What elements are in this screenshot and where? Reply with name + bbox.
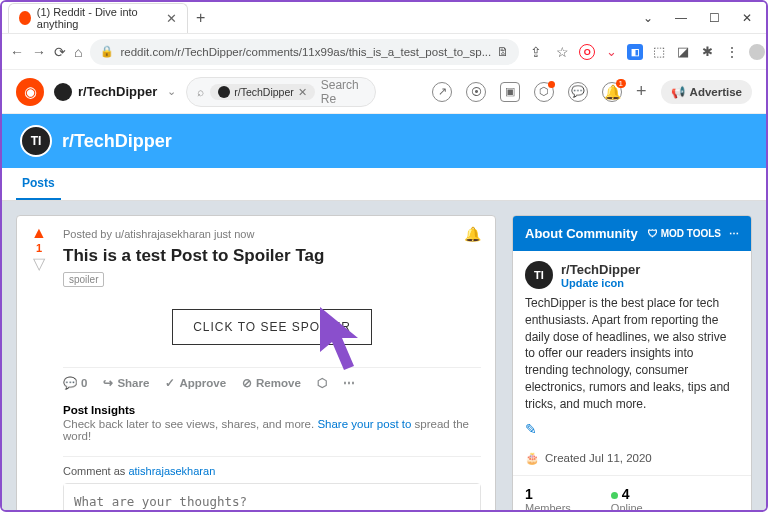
maximize-icon[interactable]: ☐ (709, 11, 720, 25)
chevron-down-icon[interactable]: ⌄ (643, 11, 653, 25)
reload-icon[interactable]: ⟳ (54, 44, 66, 60)
edit-icon[interactable]: ✎ (525, 421, 537, 437)
clear-scope-icon[interactable]: ✕ (298, 86, 307, 98)
popular-icon[interactable]: ↗ (432, 82, 452, 102)
ext-icon-2[interactable]: ⬚ (651, 44, 667, 60)
search-scope-pill[interactable]: r/TechDipper ✕ (210, 84, 315, 100)
coins-icon[interactable]: ⦿ (466, 82, 486, 102)
create-post-icon[interactable]: + (636, 81, 647, 102)
vote-count: 1 (27, 242, 51, 254)
update-icon-link[interactable]: Update icon (561, 277, 640, 289)
url-text: reddit.com/r/TechDipper/comments/11x99as… (120, 46, 491, 58)
author-link[interactable]: u/atishrajasekharan (115, 228, 211, 240)
advertise-button[interactable]: 📢 Advertise (661, 80, 752, 104)
remove-button[interactable]: ⊘ Remove (242, 376, 301, 390)
members-count: 1 (525, 486, 571, 502)
search-placeholder: Search Re (321, 78, 365, 106)
downvote-icon[interactable]: ▽ (27, 254, 51, 273)
notifications-icon[interactable]: 🔔1 (602, 82, 622, 102)
community-icon (218, 86, 230, 98)
post-insights-text: Check back later to see views, shares, a… (63, 418, 481, 442)
extensions-icon[interactable]: ✱ (699, 44, 715, 60)
opera-ext-icon[interactable]: O (579, 44, 595, 60)
ext-icon-3[interactable]: ◪ (675, 44, 691, 60)
close-window-icon[interactable]: ✕ (742, 11, 752, 25)
back-icon[interactable]: ← (10, 44, 24, 60)
star-icon[interactable]: ☆ (553, 44, 571, 60)
kebab-icon[interactable]: ⋮ (723, 44, 741, 60)
chat-icon[interactable]: 💬 (568, 82, 588, 102)
community-icon: TI (525, 261, 553, 289)
about-community-card: About Community 🛡 MOD TOOLS ⋯ TI r/TechD… (512, 215, 752, 512)
post-byline: Posted by u/atishrajasekharan just now (63, 228, 254, 240)
tab-posts[interactable]: Posts (16, 168, 61, 200)
address-bar[interactable]: 🔒 reddit.com/r/TechDipper/comments/11x99… (90, 39, 519, 65)
close-tab-icon[interactable]: ✕ (166, 11, 177, 26)
talk-icon[interactable]: ▣ (500, 82, 520, 102)
ext-icon[interactable]: ◧ (627, 44, 643, 60)
new-tab-button[interactable]: + (196, 9, 205, 27)
divider (63, 456, 481, 457)
community-banner: TI r/TechDipper (2, 114, 766, 168)
mod-tools-button[interactable]: 🛡 MOD TOOLS (648, 228, 721, 239)
community-selector[interactable]: r/TechDipper (54, 83, 157, 101)
pocket-ext-icon[interactable]: ⌄ (603, 44, 619, 60)
online-label: Online (611, 502, 643, 512)
shield-icon[interactable]: ⬡ (317, 376, 327, 390)
community-name[interactable]: r/TechDipper (561, 262, 640, 277)
reddit-favicon (19, 11, 31, 25)
lock-icon: 🔒 (100, 45, 114, 58)
post-insights-heading: Post Insights (63, 404, 481, 416)
community-banner-icon: TI (20, 125, 52, 157)
notify-icon[interactable]: 🔔 (464, 226, 481, 242)
approve-button[interactable]: ✓ Approve (165, 376, 226, 390)
shield-icon[interactable]: ⬡ (534, 82, 554, 102)
post-title: This is a test Post to Spoiler Tag (63, 246, 481, 266)
community-icon (54, 83, 72, 101)
post-card: ▲ 1 ▽ Posted by u/atishrajasekharan just… (16, 215, 496, 512)
profile-avatar[interactable] (749, 44, 765, 60)
more-icon[interactable]: ⋯ (729, 228, 739, 239)
reddit-logo[interactable]: ◉ (16, 78, 44, 106)
community-banner-name: r/TechDipper (62, 131, 172, 152)
chevron-down-icon[interactable]: ⌄ (167, 85, 176, 98)
about-heading: About Community (525, 226, 638, 241)
community-name: r/TechDipper (78, 84, 157, 99)
search-input[interactable]: ⌕ r/TechDipper ✕ Search Re (186, 77, 376, 107)
members-label: Members (525, 502, 571, 512)
online-count: 4 (611, 486, 643, 502)
spoiler-tag[interactable]: spoiler (63, 272, 104, 287)
share-icon[interactable]: ⇪ (527, 44, 545, 60)
more-icon[interactable]: ⋯ (343, 376, 355, 390)
share-button[interactable]: ↪ Share (103, 376, 149, 390)
comment-as-label: Comment as atishrajasekharan (63, 465, 481, 477)
minimize-icon[interactable]: — (675, 11, 687, 25)
comment-user-link[interactable]: atishrajasekharan (128, 465, 215, 477)
comments-button[interactable]: 💬 0 (63, 376, 87, 390)
upvote-icon[interactable]: ▲ (27, 224, 51, 242)
search-icon: ⌕ (197, 85, 204, 99)
community-description: TechDipper is the best place for tech en… (525, 295, 739, 413)
created-date: 🎂 Created Jul 11, 2020 (525, 451, 739, 465)
translate-icon[interactable]: 🖺 (497, 46, 509, 58)
spoiler-button[interactable]: CLICK TO SEE SPOILER (172, 309, 372, 345)
home-icon[interactable]: ⌂ (74, 44, 82, 60)
tab-title: (1) Reddit - Dive into anything (37, 6, 160, 30)
browser-tab[interactable]: (1) Reddit - Dive into anything ✕ (8, 3, 188, 33)
comment-input[interactable] (64, 484, 480, 512)
forward-icon[interactable]: → (32, 44, 46, 60)
share-post-link[interactable]: Share your post to (317, 418, 411, 430)
